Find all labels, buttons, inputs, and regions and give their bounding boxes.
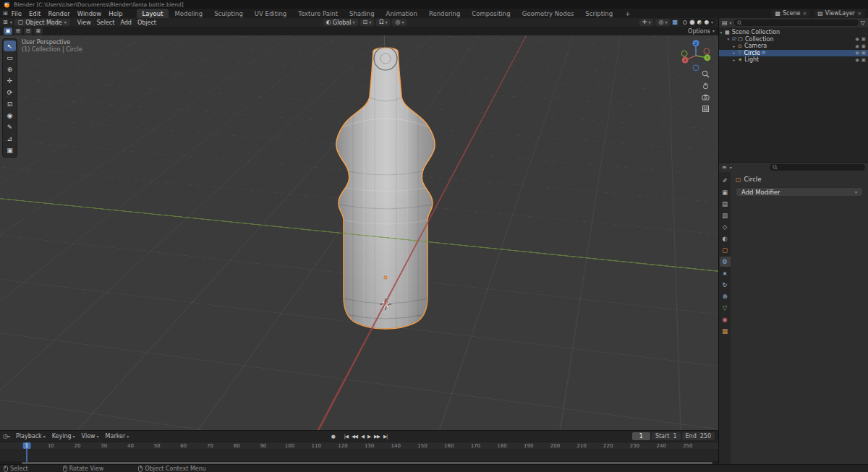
outliner-editor-icon[interactable]: [722, 20, 728, 26]
hide-in-viewport-icon[interactable]: [855, 50, 859, 56]
properties-tab[interactable]: ∗: [720, 268, 731, 278]
add-workspace-button[interactable]: +: [622, 10, 633, 17]
properties-tab[interactable]: ▤: [720, 199, 731, 209]
tool-button[interactable]: ✛: [4, 75, 16, 86]
select-mode-new[interactable]: [4, 27, 12, 35]
overlays-toggle[interactable]: [655, 19, 670, 26]
tool-button[interactable]: ⊿: [4, 133, 16, 144]
previous-keyframe-button[interactable]: [352, 434, 357, 439]
properties-tab[interactable]: ▢: [720, 245, 731, 255]
auto-keying-toggle[interactable]: [331, 434, 336, 439]
tool-button[interactable]: ↖: [4, 40, 16, 51]
tool-button[interactable]: ▭: [4, 52, 16, 63]
camera-view-icon[interactable]: [702, 93, 710, 101]
disable-in-render-icon[interactable]: [861, 50, 866, 56]
mode-selector[interactable]: Object Mode: [14, 19, 70, 26]
frame-end-field[interactable]: End 250: [682, 432, 715, 440]
properties-tab[interactable]: ▽: [720, 303, 731, 313]
outliner-row[interactable]: ▾ Scene Collection: [719, 29, 868, 36]
workspace-tab[interactable]: Sculpting: [208, 9, 249, 18]
gizmos-toggle[interactable]: [639, 19, 654, 26]
timeline-menu-item[interactable]: View: [79, 433, 102, 439]
snap-toggle[interactable]: [376, 19, 390, 26]
shading-solid[interactable]: [689, 20, 695, 25]
outliner-row[interactable]: ▸ Light: [719, 56, 868, 64]
workspace-tab[interactable]: Texture Paint: [292, 9, 344, 18]
properties-tab[interactable]: ↻: [720, 280, 731, 290]
properties-tab[interactable]: ◉: [720, 314, 731, 325]
menu-item[interactable]: Help: [105, 10, 126, 17]
collection-checkbox[interactable]: [732, 36, 736, 42]
menu-item[interactable]: File: [8, 10, 25, 17]
tool-button[interactable]: ⊡: [4, 98, 16, 109]
navigation-gizmo[interactable]: Z X Y: [677, 37, 715, 74]
proportional-editing-toggle[interactable]: [392, 19, 407, 26]
viewport-menu-item[interactable]: Object: [135, 20, 159, 26]
properties-tab[interactable]: ⚙: [720, 257, 731, 267]
neg-y-axis-ball[interactable]: [681, 51, 687, 56]
shading-material[interactable]: [697, 20, 702, 25]
viewport-menu-item[interactable]: Select: [94, 20, 118, 26]
timeline-menu-item[interactable]: Keying: [49, 433, 78, 439]
tool-button[interactable]: ⟳: [4, 87, 16, 98]
move-view-icon[interactable]: [702, 82, 710, 90]
filter-icon[interactable]: [861, 20, 865, 26]
add-modifier-button[interactable]: Add Modifier: [736, 187, 863, 197]
timeline-menu-item[interactable]: Playback: [13, 433, 48, 439]
disclosure-arrow-icon[interactable]: ▾: [726, 37, 731, 41]
blender-menu-icon[interactable]: [3, 11, 8, 17]
neg-z-axis-ball[interactable]: [693, 65, 699, 71]
disclosure-arrow-icon[interactable]: ▸: [732, 58, 736, 62]
tool-button[interactable]: ⊕: [4, 64, 16, 74]
disable-in-render-icon[interactable]: [861, 57, 866, 63]
scrollbar-handle[interactable]: [22, 462, 712, 464]
tool-button[interactable]: ▣: [4, 145, 16, 155]
viewport-menu-item[interactable]: View: [75, 20, 94, 26]
tool-button[interactable]: ◉: [4, 110, 16, 121]
jump-to-end-button[interactable]: [383, 434, 387, 439]
timeline-track[interactable]: [0, 450, 718, 461]
options-menu[interactable]: Options: [688, 28, 715, 35]
properties-tab[interactable]: ▣: [720, 187, 731, 197]
properties-tab[interactable]: ▦: [720, 326, 731, 336]
outliner-row[interactable]: ▾ Collection: [719, 36, 868, 43]
workspace-tab[interactable]: Compositing: [466, 9, 516, 18]
zoom-icon[interactable]: [702, 70, 710, 78]
outliner-search-input[interactable]: [734, 20, 859, 26]
properties-tab[interactable]: ◐: [720, 233, 731, 244]
neg-x-axis-ball[interactable]: [704, 48, 710, 54]
workspace-tab[interactable]: Shading: [344, 9, 380, 18]
properties-tab[interactable]: ◇: [720, 222, 731, 232]
workspace-tab[interactable]: Animation: [380, 9, 423, 18]
select-mode-intersect[interactable]: [34, 27, 43, 35]
select-mode-subtract[interactable]: [24, 27, 33, 35]
viewport-3d[interactable]: ↖ ▭ ⊕ ✛: [0, 35, 718, 430]
menu-item[interactable]: Render: [44, 10, 73, 17]
timeline-scrollbar[interactable]: [0, 461, 718, 464]
play-button[interactable]: [367, 434, 370, 439]
disclosure-arrow-icon[interactable]: ▸: [732, 44, 736, 48]
workspace-tab[interactable]: Modeling: [169, 9, 208, 18]
unlink-viewlayer-icon[interactable]: ×: [857, 11, 861, 17]
properties-tab[interactable]: ⊗: [720, 291, 731, 301]
shading-rendered[interactable]: [704, 20, 710, 25]
select-mode-extend[interactable]: [14, 27, 22, 35]
disclosure-arrow-icon[interactable]: ▾: [719, 30, 723, 35]
timeline-ruler[interactable]: 1020304050607080901001101201301401501601…: [0, 442, 718, 450]
shading-wireframe[interactable]: [682, 20, 688, 25]
properties-tab[interactable]: ✐: [720, 176, 731, 186]
toggle-ortho-icon[interactable]: [702, 105, 710, 113]
viewlayer-selector[interactable]: ViewLayer ×: [814, 9, 865, 17]
play-reverse-button[interactable]: [361, 434, 364, 439]
outliner-row[interactable]: ▸ Circle: [719, 50, 868, 57]
properties-editor-icon[interactable]: [722, 165, 727, 171]
editor-type-icon[interactable]: [3, 20, 8, 25]
timeline-menu-item[interactable]: Marker: [103, 433, 132, 439]
tool-button[interactable]: ✎: [4, 121, 16, 132]
workspace-tab[interactable]: UV Editing: [249, 9, 292, 18]
properties-search-input[interactable]: [770, 164, 865, 171]
frame-start-field[interactable]: Start 1: [652, 432, 681, 440]
current-frame-field[interactable]: 1: [632, 432, 650, 440]
next-keyframe-button[interactable]: [374, 434, 380, 439]
pivot-selector[interactable]: [360, 19, 375, 26]
